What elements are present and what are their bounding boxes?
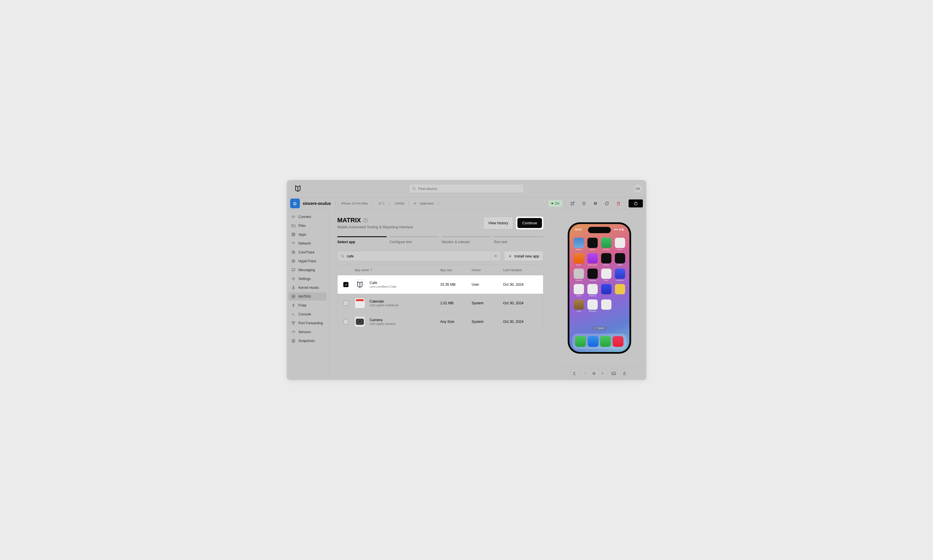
phone-app-wallet[interactable]: Wallet [614,253,626,266]
phone-app-freeform[interactable]: Freeform [587,284,599,297]
app-icon [355,298,365,308]
row-checkbox[interactable] [343,282,348,287]
column-app-size[interactable]: App size [440,268,472,272]
app-updated: Oct 30, 2024 [503,320,537,324]
device-search-input[interactable] [409,184,524,193]
sidebar-item-messaging[interactable]: Messaging [288,266,327,274]
svg-point-12 [293,252,294,253]
phone-app-blank[interactable] [600,299,612,312]
phone-app-stocks[interactable]: Stocks [587,238,599,250]
terminal-icon [291,312,296,316]
column-last-updated[interactable]: Last Updated [503,268,537,272]
phone-app-blank[interactable] [600,284,612,297]
sidebar-item-label: Kernel Hooks [299,286,319,290]
phone-app-cydia[interactable]: Cydia [573,299,585,312]
table-row[interactable]: Calendarcom.apple.mobilecal1.01 MBSystem… [337,294,543,312]
gear-icon [291,277,296,281]
table-row[interactable]: Cafecom.corellium.Cafe33.35 MBUserOct 30… [337,275,543,294]
power-button[interactable] [628,199,643,208]
sidebar-item-frida[interactable]: Frida [288,301,327,309]
pause-button[interactable] [591,199,600,208]
install-new-app-button[interactable]: Install new app [504,251,543,261]
sidebar-item-settings[interactable]: Settings [288,275,327,283]
sidebar-item-port-forwarding[interactable]: Port Forwarding [288,319,327,327]
continue-button[interactable]: Continue [517,218,542,228]
device-name: sincere-oculus [303,201,331,206]
row-checkbox[interactable] [343,301,348,306]
phone-app-files[interactable]: Files [600,269,612,281]
table-row[interactable]: Cameracom.apple.cameraAny SizeSystemOct … [337,312,543,331]
svg-rect-10 [294,235,295,236]
sidebar-item-label: Network [299,242,311,245]
step-select-app[interactable]: Select app [337,236,387,244]
sidebar-item-snapshots[interactable]: Snapshots [288,337,327,345]
phone-app-contacts[interactable]: Contacts [573,269,585,281]
sidebar-item-matrix[interactable]: MATRIX [288,292,327,301]
phone-app-shortcuts[interactable]: Shortcuts [614,269,626,281]
phone-app-weather[interactable]: Weather [573,238,585,250]
phone-app-books[interactable]: Books [573,253,585,266]
avatar[interactable]: DA [634,185,642,192]
open-external-button[interactable] [568,199,577,208]
phone-app-itunes-store[interactable]: iTunes Store [587,253,599,266]
sidebar-item-console[interactable]: Console [288,310,327,318]
sidebar-item-label: CoreTrace [299,250,314,254]
upload-button[interactable] [570,369,579,378]
phone-app-health[interactable]: Health [573,284,585,297]
step-configure-test[interactable]: Configure test [390,236,439,244]
phone-search-pill[interactable]: 🔍 Search [592,326,607,330]
sidebar-item-kernel-hooks[interactable]: Kernel Hooks [288,283,327,292]
mute-button[interactable] [590,369,598,378]
dock-app[interactable] [575,336,586,347]
sidebar-item-sensors[interactable]: Sensors [288,328,327,336]
sidebar-item-files[interactable]: Files [288,222,327,230]
column-owner[interactable]: Owner [472,268,503,272]
app-owner: System [472,301,503,305]
phone-app-blank[interactable] [614,284,626,297]
phone-app-fitness[interactable]: Fitness [600,253,612,266]
phone-app-home[interactable]: Home [614,238,626,250]
clear-search-button[interactable]: ✕ [494,254,497,258]
svg-point-21 [293,324,294,325]
sidebar-item-label: Port Forwarding [299,321,323,325]
sidebar-item-network[interactable]: Network [288,239,327,248]
refresh-button[interactable] [602,199,611,208]
sidebar-item-label: Sensors [299,330,311,334]
svg-line-1 [414,189,415,190]
phone-notch [588,227,611,233]
step-run-test[interactable]: Run test [494,236,543,244]
phone-time: 10:16 [575,228,582,231]
row-checkbox[interactable] [343,319,348,324]
app-search-input[interactable]: ✕ [337,251,500,261]
device-status: On [548,200,562,207]
sidebar-item-label: Connect [299,215,311,219]
sidebar-item-coretrace[interactable]: CoreTrace [288,248,327,256]
delete-button[interactable] [614,199,623,208]
phone-app-substitute[interactable]: Substitute [587,299,599,312]
sidebar-item-label: Apps [299,232,306,237]
view-history-button[interactable]: View history [483,217,513,229]
svg-point-22 [341,255,343,257]
app-name: Camera [370,318,396,322]
svg-rect-4 [596,202,597,205]
sidebar-item-hypertrace[interactable]: HyperTrace [288,257,327,265]
column-app-name[interactable]: App name [355,268,440,272]
layers-icon [291,338,296,343]
keyboard-button[interactable] [610,369,618,378]
phone-app-find-my[interactable]: Find My [600,238,612,250]
sidebar-item-connect[interactable]: Connect [288,212,327,221]
volume-up-button[interactable]: + [598,369,607,378]
volume-down-button[interactable]: − [581,369,590,378]
help-icon[interactable]: ? [363,218,368,223]
lock-button[interactable] [620,369,629,378]
phone-app-translate[interactable]: Translate [587,269,599,281]
step-monitor-&-interact[interactable]: Monitor & interact [442,236,491,244]
dock-app[interactable] [588,336,599,347]
dock-app[interactable] [613,336,624,347]
dock-app[interactable] [600,336,611,347]
rotate-button[interactable] [580,199,588,208]
svg-point-19 [292,322,293,323]
anchor-icon [291,285,296,290]
sidebar-item-apps[interactable]: Apps [288,230,327,238]
phone-screen[interactable]: 10:16 ●●● ≋ ▮ WeatherStocksFind MyHomeBo… [570,224,630,352]
